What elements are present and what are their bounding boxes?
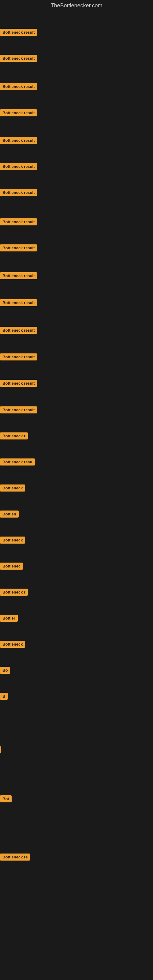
bottleneck-item-19: Bottlen <box>0 511 19 519</box>
bottleneck-item-9: Bottleneck result <box>0 244 37 253</box>
bottleneck-item-1: Bottleneck result <box>0 29 37 37</box>
bottleneck-item-18: Bottleneck <box>0 485 25 493</box>
bottleneck-item-11: Bottleneck result <box>0 299 37 307</box>
bottleneck-item-4: Bottleneck result <box>0 109 37 118</box>
bottleneck-item-29: Bottleneck re <box>0 854 30 862</box>
bottleneck-item-12: Bottleneck result <box>0 327 37 335</box>
bottleneck-item-15: Bottleneck result <box>0 406 37 415</box>
bottleneck-item-7: Bottleneck result <box>0 189 37 197</box>
bottleneck-item-24: Bottleneck <box>0 641 25 649</box>
bottleneck-item-23: Bottler <box>0 615 18 623</box>
site-title: TheBottlenecker.com <box>0 0 153 11</box>
bottleneck-item-17: Bottleneck resu <box>0 458 35 467</box>
bottleneck-item-6: Bottleneck result <box>0 163 37 171</box>
bottleneck-item-16: Bottleneck r <box>0 433 28 441</box>
bottleneck-item-8: Bottleneck result <box>0 218 37 227</box>
bottleneck-item-14: Bottleneck result <box>0 380 37 388</box>
bottleneck-item-26: B <box>0 693 8 701</box>
bottleneck-item-5: Bottleneck result <box>0 137 37 145</box>
bottleneck-item-21: Bottlenec <box>0 563 23 571</box>
bottleneck-item-10: Bottleneck result <box>0 272 37 280</box>
bottleneck-item-27: | <box>0 746 1 755</box>
bottleneck-item-13: Bottleneck result <box>0 353 37 362</box>
bottleneck-item-2: Bottleneck result <box>0 55 37 63</box>
bottleneck-item-20: Bottleneck <box>0 536 25 545</box>
bottleneck-item-28: Bot <box>0 795 12 803</box>
bottleneck-item-3: Bottleneck result <box>0 83 37 91</box>
bottleneck-item-22: Bottleneck r <box>0 589 28 597</box>
bottleneck-item-25: Bo <box>0 667 10 675</box>
